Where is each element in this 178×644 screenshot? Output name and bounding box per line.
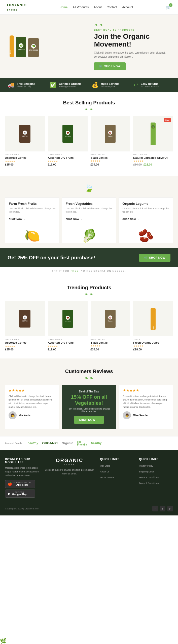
footer-link[interactable]: Terms & Conditions bbox=[139, 476, 159, 479]
product-stars: ★★★★★ bbox=[133, 160, 173, 162]
trending-deco: ❧ ❧ bbox=[5, 292, 173, 297]
hero-cta-button[interactable]: 🛒 SHOP NOW bbox=[94, 62, 126, 70]
reviewer-avatar: 👩 bbox=[9, 411, 17, 419]
category-card-fruits: Farm Fresh Fruits I am text block. Click… bbox=[5, 197, 59, 243]
product-stars: ★★★★★ bbox=[5, 345, 45, 347]
savings-icon: 💰 bbox=[92, 82, 98, 88]
app-store-button[interactable]: 🍎 DOWNLOAD ON THE App Store bbox=[5, 480, 35, 488]
product-name: Natural Extracted Olive Oil bbox=[133, 156, 173, 159]
product-stars: ★★★★★ bbox=[48, 160, 88, 162]
category-desc: I am text block. Click edit button to ch… bbox=[122, 207, 169, 214]
cart-button[interactable]: 🛒 1 bbox=[166, 5, 171, 10]
category-link[interactable]: SHOP NOW → bbox=[9, 218, 25, 220]
product-stars: ★★★★★ bbox=[48, 345, 88, 347]
feature-savings-title: Huge Savings bbox=[101, 82, 119, 85]
product-category: Groceries bbox=[91, 153, 130, 156]
trending-header: Trending Products ❧ ❧ bbox=[5, 277, 173, 301]
deal-tag: Deal of The Day bbox=[79, 390, 99, 393]
promo-banner-cta[interactable]: 🛒 SHOP NOW bbox=[139, 254, 170, 262]
deal-title: 15% OFF on all Vegetables! bbox=[71, 394, 107, 406]
feature-shipping-title: Free Shipping bbox=[17, 82, 35, 85]
category-desc: I am text block. Click edit button to ch… bbox=[9, 207, 56, 214]
nav-account[interactable]: Account bbox=[122, 6, 133, 9]
feature-returns-title: Easy Returns bbox=[141, 82, 160, 85]
footer-link[interactable]: Shipping Detail bbox=[139, 470, 154, 473]
product-category: Groceries bbox=[48, 338, 88, 341]
product-stars: ★★★★★ bbox=[133, 345, 173, 347]
twitter-icon[interactable]: t bbox=[160, 506, 165, 511]
best-selling-header: Best Selling Products ❧ ❧ bbox=[5, 92, 173, 116]
product-price: £34.00 bbox=[91, 163, 130, 166]
feature-shipping-sub: above $5 only bbox=[17, 85, 35, 88]
category-desc: I am text block. Click edit button to ch… bbox=[66, 207, 113, 214]
hero-title: Join the Organic Movement! bbox=[94, 33, 171, 48]
product-name: Fresh Orange Juice bbox=[133, 341, 173, 344]
shipping-icon: 🚚 bbox=[8, 82, 14, 88]
footer-link[interactable]: Privacy Policy bbox=[139, 465, 153, 467]
trending-product-image: ☕ COFFEE bbox=[5, 301, 45, 336]
nav-about[interactable]: About bbox=[94, 6, 101, 9]
footer-app-desc: Molestiae reiciendis rerum atque! Itaque… bbox=[5, 466, 39, 478]
footer-link[interactable]: Visit Store bbox=[100, 465, 110, 467]
category-link[interactable]: SHOP NOW → bbox=[66, 218, 82, 220]
footer-logo-sub: STORE bbox=[44, 463, 95, 466]
footer-app-col: Download Our Mobile App Molestiae reicie… bbox=[5, 458, 39, 498]
best-selling-title: Best Selling Products bbox=[5, 100, 173, 106]
footer-link[interactable]: Let's Connect bbox=[100, 476, 114, 479]
deal-of-day-card: Deal of The Day 15% OFF on all Vegetable… bbox=[62, 385, 116, 429]
product-stars: ★★★★★ bbox=[91, 345, 130, 347]
cart-icon-btn: 🛒 bbox=[99, 65, 103, 68]
nav-links: Home All Products About Contact Account bbox=[59, 6, 133, 9]
footer-bottom: Copyright © 2019 | Organic Store f t in bbox=[5, 503, 173, 511]
trending-product-image: 🫘 Pulses bbox=[91, 301, 130, 336]
footer-links-list-2: Privacy Policy Shipping Detail Terms & C… bbox=[139, 463, 173, 485]
footer-center-col: ORGANIC STORE Click edit button to chang… bbox=[44, 458, 95, 498]
feature-organic-title: Certified Organic bbox=[59, 82, 81, 85]
category-title: Organic Legume bbox=[122, 202, 169, 206]
app-buttons: 🍎 DOWNLOAD ON THE App Store ▶ GET IT ON … bbox=[5, 480, 39, 498]
trending-title: Trending Products bbox=[5, 285, 173, 291]
play-icon: ▶ bbox=[8, 492, 11, 496]
instagram-icon[interactable]: in bbox=[167, 506, 173, 511]
footer-link[interactable]: Terms & Conditions bbox=[139, 482, 159, 485]
deal-cta-button[interactable]: SHOP NOW → bbox=[74, 416, 104, 424]
brand-logo: Organic bbox=[62, 441, 73, 445]
google-play-button[interactable]: ▶ GET IT ON Google Play bbox=[5, 490, 35, 498]
product-image: ☕ COFFEE bbox=[5, 116, 45, 151]
product-card: ☕ COFFEE Groceries Assorted Coffee ★★★★★… bbox=[5, 116, 45, 166]
category-card-legume: Organic Legume I am text block. Click ed… bbox=[119, 197, 173, 243]
product-category: Juice bbox=[133, 338, 173, 341]
nav-all-products[interactable]: All Products bbox=[73, 6, 89, 9]
facebook-icon[interactable]: f bbox=[152, 506, 158, 511]
footer-link[interactable]: About Us bbox=[100, 470, 109, 473]
footer-links-col-2: Quick Links Privacy Policy Shipping Deta… bbox=[139, 458, 173, 498]
promo-banner-text: Get 25% OFF on your first purchase! bbox=[8, 255, 95, 261]
categories-grid: Farm Fresh Fruits I am text block. Click… bbox=[5, 197, 173, 243]
cart-badge: 1 bbox=[169, 3, 172, 7]
review-author: 👨 Mike Sendler bbox=[123, 411, 169, 419]
product-price: £18.00 bbox=[133, 348, 173, 351]
review-text: Click edit button to change this text. L… bbox=[123, 394, 169, 409]
categories-section: 🍃 Farm Fresh Fruits I am text block. Cli… bbox=[0, 176, 178, 248]
best-selling-section: Best Selling Products ❧ ❧ ☕ COFFEE Groce… bbox=[0, 92, 178, 174]
category-link[interactable]: SHOP NOW → bbox=[122, 218, 139, 220]
review-author: 👩 Mia Kunis bbox=[9, 411, 55, 419]
nav-contact[interactable]: Contact bbox=[107, 6, 117, 9]
feature-savings: 💰 Huge Savings at lowest price bbox=[89, 82, 131, 88]
product-category: Groceries bbox=[48, 153, 88, 156]
reviews-title: Customers Reviews bbox=[5, 369, 173, 374]
nav-home[interactable]: Home bbox=[59, 6, 67, 9]
footer-center-desc: Click edit button to change this text. L… bbox=[44, 468, 95, 476]
reviewer-name: Mike Sendler bbox=[133, 414, 149, 417]
product-card: 🫘 Pulses Groceries Black Lentils ★★★★★ £… bbox=[91, 116, 130, 166]
product-stars: ★★★★★ bbox=[91, 160, 130, 162]
product-image: Sale 🫒 bbox=[133, 116, 173, 151]
footer-links-col-1: Quick Links Visit Store About Us Let's C… bbox=[100, 458, 134, 498]
category-image: 🫘 bbox=[122, 223, 169, 243]
product-name: Assorted Dry Fruits bbox=[48, 156, 88, 159]
trending-product-card: 🌰 DRY FRUITS Groceries Assorted Dry Frui… bbox=[48, 301, 88, 351]
feature-returns: ↩ Easy Returns no questions asked bbox=[131, 82, 173, 88]
product-image: 🌰 DRY FRUITS bbox=[48, 116, 88, 151]
best-selling-deco: ❧ ❧ bbox=[5, 107, 173, 112]
deal-desc: I am text block. Click edit button to ch… bbox=[66, 408, 112, 413]
